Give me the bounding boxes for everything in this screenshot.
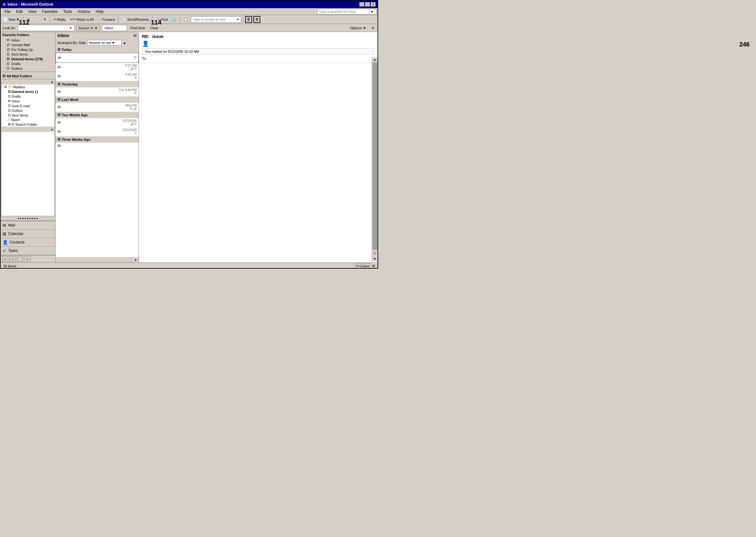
find-button[interactable]: 🔍 Find xyxy=(154,16,169,23)
clear-button[interactable]: Clear xyxy=(148,25,160,30)
sort-label: Arranged By: Date xyxy=(58,41,86,45)
maximize-button[interactable]: □ xyxy=(365,2,370,7)
search-input-dropdown[interactable]: ▼ xyxy=(68,26,73,29)
scroll-down-button[interactable]: ▼ xyxy=(50,128,54,132)
menu-file[interactable]: File xyxy=(2,9,13,15)
new-button[interactable]: 📄 New ▼ xyxy=(2,16,21,23)
message-item[interactable]: ✉ Tue 3:48 PM P xyxy=(56,87,139,97)
close-button[interactable]: ✕ xyxy=(371,2,376,7)
list-scroll-down-button[interactable]: ▼ xyxy=(134,258,137,262)
message-item[interactable]: ✉ 9:05 AM P xyxy=(56,72,139,81)
all-mail-inbox[interactable]: ✉ Inbox xyxy=(2,99,54,103)
contact-dropdown-button[interactable]: ▼ xyxy=(235,18,240,21)
message-item[interactable]: ✉ Wed 9/6 P 🔗 xyxy=(56,103,139,112)
mailbox-expand-icon[interactable]: ⊟ xyxy=(4,85,7,89)
menu-edit[interactable]: Edit xyxy=(14,9,25,15)
nav-mail[interactable]: ✉ Mail xyxy=(1,221,55,230)
all-mail-sent[interactable]: ⊡ Sent Items xyxy=(2,113,54,117)
sidebar-item-outbox[interactable]: ⊡ Outbox xyxy=(1,66,55,71)
new-dropdown-icon[interactable]: ▼ xyxy=(16,18,20,21)
menu-bar: File Edit View Favorites Tools Actions H… xyxy=(1,8,378,15)
options-button[interactable]: Options ▼ xyxy=(348,26,368,30)
memo-button[interactable]: 📋 xyxy=(182,16,189,23)
message-item-placeholder[interactable]: ✉ xyxy=(56,143,139,149)
sidebar-divider xyxy=(1,72,55,72)
sort-dropdown[interactable]: Newest on top ▼ xyxy=(87,40,122,46)
nav-contacts[interactable]: 👤 Contacts xyxy=(1,238,55,247)
reply-button[interactable]: ↵ Reply xyxy=(52,16,67,23)
group-yesterday[interactable]: ⊟ Yesterday xyxy=(56,81,139,87)
new-icon: 📄 xyxy=(3,17,8,21)
search-expand-icon[interactable]: ⊞ xyxy=(8,122,11,126)
preview-scrollbar[interactable]: ▲ ≡ ▼ xyxy=(372,57,378,261)
nav-tasks[interactable]: ✓ Tasks xyxy=(1,247,55,255)
sent-icon: ⊡ xyxy=(6,52,10,56)
sidebar-item-inbox[interactable]: ✉ Inbox xyxy=(1,38,55,42)
menu-actions[interactable]: Actions xyxy=(75,9,92,15)
sidebar-item-deleted[interactable]: ⊡ Deleted Items (179) xyxy=(1,57,55,61)
close-search-button[interactable]: ✕ xyxy=(370,26,376,30)
delete-button[interactable]: ✕ xyxy=(42,16,48,23)
bottom-btn-4[interactable]: » xyxy=(24,256,31,262)
group-twoweeks[interactable]: ⊟ Two Weeks Ago xyxy=(56,112,139,118)
sidebar-item-followup[interactable]: ⊡ For Follow Up xyxy=(1,47,55,52)
message-item[interactable]: ✉ 9:57 AM ! 🔗 P xyxy=(56,63,139,72)
message-icon-6: ✉ xyxy=(58,120,63,125)
preview-header: RE: issue 👤 You replied on 9/13/2006 10:… xyxy=(139,32,378,63)
reply-all-button[interactable]: ↵↵ Reply to All xyxy=(68,16,95,23)
all-mail-deleted[interactable]: ⊡ Deleted Items (1 xyxy=(2,89,54,94)
nav-calendar[interactable]: ⊞ Calendar xyxy=(1,230,55,238)
message-item[interactable]: ✉ 8/31/2006 🔗 P xyxy=(56,118,139,127)
contact-search-input[interactable] xyxy=(191,17,235,22)
message-time-4: Wed 9/6 xyxy=(125,104,137,107)
inbox-title: Inbox xyxy=(58,33,69,38)
group-lastweek[interactable]: ⊟ Last Week xyxy=(56,97,139,103)
copy-button[interactable]: 📋 xyxy=(33,16,41,23)
contact-search-box[interactable]: ▼ xyxy=(191,16,241,22)
all-mail-search[interactable]: ⊞ ⊡ Search Folder xyxy=(2,122,54,127)
sidebar-item-unread[interactable]: ⊡ Unread Mail xyxy=(1,42,55,47)
message-flag: P xyxy=(134,56,137,60)
help-search-input[interactable] xyxy=(319,10,369,14)
group-today[interactable]: ⊟ Today xyxy=(56,47,139,53)
address-book-button[interactable]: 📇 xyxy=(170,16,178,23)
junk-folder-icon: ⊡ xyxy=(8,104,11,108)
all-mail-mailbox[interactable]: ⊟ 📁 Mailbox xyxy=(2,85,54,89)
message-item[interactable]: ✉ P xyxy=(56,53,139,63)
preview-scroll-up[interactable]: ▲ xyxy=(373,57,377,62)
forward-button[interactable]: → Forward xyxy=(97,16,116,23)
e-button[interactable]: E xyxy=(245,16,252,23)
scroll-indicator: ●●●●●●●●● xyxy=(1,216,55,221)
sidebar-item-drafts[interactable]: ⊡ Drafts xyxy=(1,61,55,66)
bottom-btn-3[interactable]: 📋 xyxy=(17,256,23,262)
all-mail-expand-icon[interactable]: ⊟ xyxy=(3,74,5,78)
menu-tools[interactable]: Tools xyxy=(61,9,74,15)
all-mail-junk[interactable]: ⊡ Junk E-mail xyxy=(2,103,54,108)
preview-scroll-thumb[interactable] xyxy=(373,62,377,250)
sort-up-button[interactable]: ▲ xyxy=(123,41,126,45)
group-threeweeks[interactable]: ⊟ Three Weeks Ago xyxy=(56,136,139,143)
memo-icon: 📋 xyxy=(184,17,188,21)
bottom-btn-2[interactable]: □ xyxy=(10,256,16,262)
help-dropdown-button[interactable]: ▼ xyxy=(369,10,375,14)
message-item[interactable]: ✉ 8/31/2006 P xyxy=(56,127,139,136)
sidebar-item-sent[interactable]: ⊡ Sent Items xyxy=(1,52,55,57)
menu-view[interactable]: View xyxy=(26,9,39,15)
scroll-up-button[interactable]: ▲ xyxy=(50,80,54,84)
all-mail-spam[interactable]: □ Spam xyxy=(2,117,54,122)
minimize-button[interactable]: ─ xyxy=(359,2,364,7)
message-scroll[interactable]: ⊟ Today ✉ P ✉ 9:57 AM xyxy=(56,47,139,257)
s-button[interactable]: S xyxy=(253,16,260,23)
all-mail-outbox[interactable]: ⊡ Outbox xyxy=(2,108,54,113)
clock-icon: ⊙ xyxy=(356,264,359,268)
print-button[interactable]: 🖨 xyxy=(25,16,32,23)
menu-help[interactable]: Help xyxy=(93,9,106,15)
preview-scroll-down[interactable]: ▼ xyxy=(373,256,377,261)
all-mail-drafts[interactable]: ⊡ Drafts xyxy=(2,94,54,99)
search-in-button[interactable]: Search In ▼ xyxy=(76,25,100,31)
send-receive-button[interactable]: 📨 Send/Receive xyxy=(120,16,150,23)
menu-favorites[interactable]: Favorites xyxy=(40,9,60,15)
find-now-button[interactable]: Find Now xyxy=(129,25,147,30)
bottom-btn-1[interactable]: ↙ xyxy=(2,256,8,262)
search-input[interactable] xyxy=(18,25,68,31)
